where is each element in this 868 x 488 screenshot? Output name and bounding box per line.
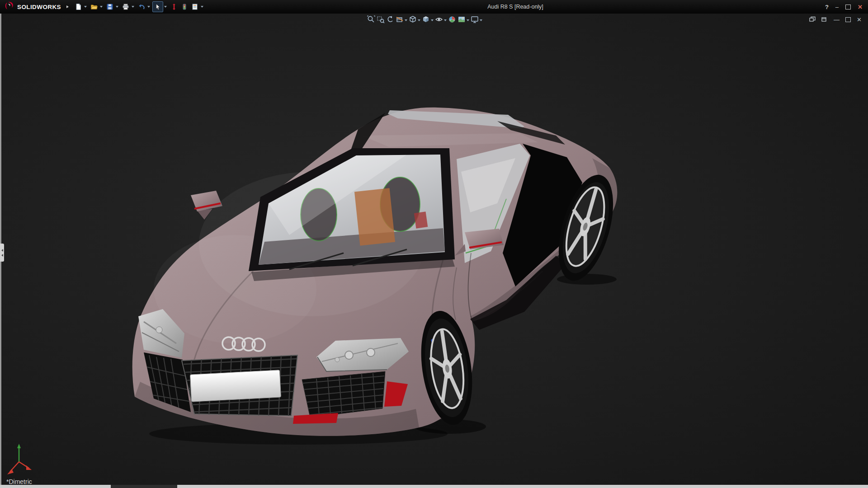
expand-panel-arrow-icon (1, 254, 3, 257)
doc-close-button[interactable]: ✕ (857, 17, 862, 23)
previous-view-icon[interactable] (386, 15, 394, 25)
headsup-view-toolbar (367, 15, 482, 25)
solidworks-wordmark: SOLIDWORKS (17, 4, 61, 10)
view-orientation-icon[interactable] (409, 15, 417, 25)
minimize-button[interactable]: – (835, 4, 839, 10)
car-model[interactable] (132, 108, 624, 445)
hide-show-items-caret[interactable] (444, 19, 447, 21)
expand-panel-arrow-icon (1, 249, 3, 252)
save-icon[interactable] (105, 2, 115, 12)
instant3d-icon[interactable] (169, 2, 179, 12)
section-view-icon[interactable] (396, 15, 404, 25)
close-button[interactable]: ✕ (858, 4, 863, 10)
document-window-controls: — ✕ (809, 16, 862, 23)
model-render (0, 0, 868, 488)
tile-windows-icon[interactable] (809, 16, 816, 23)
hide-show-items-icon[interactable] (435, 15, 443, 25)
display-style-icon[interactable] (422, 15, 430, 25)
new-document-icon[interactable] (73, 2, 83, 12)
view-settings-icon[interactable] (471, 15, 479, 25)
print-dropdown-caret[interactable] (132, 6, 134, 8)
taskbar-edge[interactable] (0, 485, 868, 488)
view-orientation-label: *Dimetric (6, 478, 32, 485)
maximize-button[interactable] (845, 5, 851, 9)
orientation-triad (7, 444, 32, 474)
titlebar: SOLIDWORKS (0, 0, 868, 14)
featuremanager-collapsed-tab[interactable] (0, 244, 4, 262)
file-properties-icon[interactable] (190, 2, 200, 12)
license-plate (190, 370, 281, 402)
document-title: Audi R8 S [Read-only] (487, 0, 543, 14)
view-settings-caret[interactable] (480, 19, 482, 21)
solidworks-logo: SOLIDWORKS (0, 1, 65, 12)
undo-dropdown-caret[interactable] (147, 6, 150, 8)
app-window-controls: ? – ✕ (825, 0, 863, 14)
section-view-caret[interactable] (405, 19, 407, 21)
select-icon[interactable] (152, 1, 163, 12)
undo-icon[interactable] (137, 2, 146, 12)
quick-access-toolbar (73, 1, 205, 12)
doc-restore-button[interactable] (845, 17, 851, 22)
zoom-to-area-icon[interactable] (377, 15, 385, 25)
print-icon[interactable] (121, 2, 131, 12)
display-style-caret[interactable] (431, 19, 434, 21)
help-button[interactable]: ? (825, 4, 829, 10)
apply-scene-caret[interactable] (467, 19, 469, 21)
rebuild-icon[interactable] (179, 2, 189, 12)
apply-scene-icon[interactable] (458, 15, 466, 25)
edit-appearance-icon[interactable] (448, 15, 456, 25)
new-dropdown-caret[interactable] (84, 6, 87, 8)
zoom-to-fit-icon[interactable] (367, 15, 375, 25)
solidworks-logo-icon (4, 1, 14, 12)
cascade-windows-icon[interactable] (821, 16, 828, 23)
save-dropdown-caret[interactable] (116, 6, 118, 8)
open-dropdown-caret[interactable] (100, 6, 103, 8)
front-grille (182, 355, 297, 416)
solidworks-window: SOLIDWORKS (0, 0, 868, 488)
menu-flyout-arrow-icon[interactable] (66, 5, 69, 8)
taskbar-edge-dark-segment (111, 485, 177, 488)
windshield (249, 148, 455, 271)
file-properties-dropdown-caret[interactable] (201, 6, 203, 8)
doc-minimize-button[interactable]: — (834, 17, 840, 23)
open-icon[interactable] (89, 2, 99, 12)
select-dropdown-caret[interactable] (164, 6, 167, 8)
view-orientation-caret[interactable] (418, 19, 420, 21)
